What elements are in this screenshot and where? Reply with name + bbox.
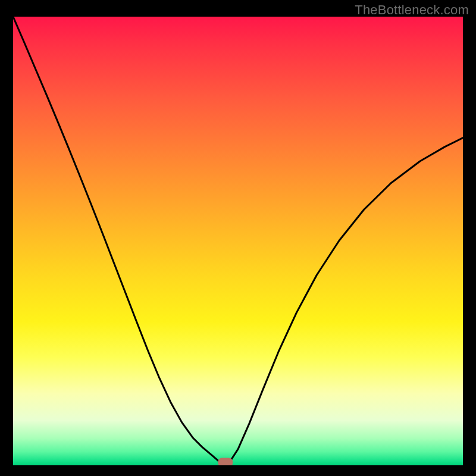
chart-svg — [13, 17, 463, 465]
plot-area — [13, 17, 463, 465]
watermark-text: TheBottleneck.com — [355, 2, 469, 18]
bottleneck-curve — [13, 17, 463, 465]
chart-frame: TheBottleneck.com — [0, 0, 476, 476]
min-marker — [218, 458, 233, 465]
